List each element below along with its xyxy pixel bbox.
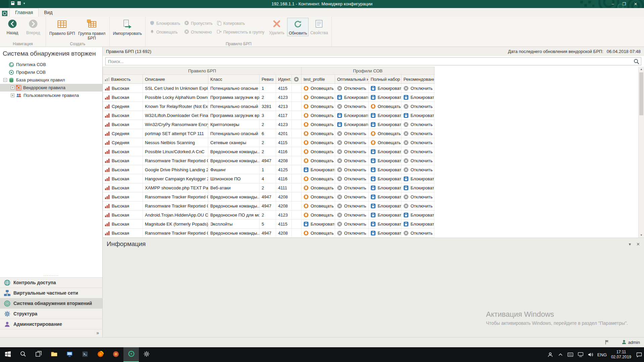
profile-action-cell[interactable]: Блокировать: [369, 93, 401, 102]
app-blue-button[interactable]: [62, 347, 77, 362]
table-row[interactable]: ВысокаяPossible Linux/Cdorked.A CnCВредо…: [103, 147, 435, 156]
scroll-up-icon[interactable]: ▲: [640, 67, 643, 72]
profile-action-cell[interactable]: Отключить: [401, 84, 434, 93]
properties-button[interactable]: Свойства: [309, 18, 329, 36]
qat-dropdown-icon[interactable]: ▾: [23, 2, 25, 5]
delete-button[interactable]: Удалить: [266, 18, 287, 36]
maximize-button[interactable]: ❐: [619, 0, 630, 8]
profile-action-cell[interactable]: Отключить: [401, 165, 434, 174]
sidebar-nav-item[interactable]: Контроль доступа: [0, 277, 102, 288]
disable-rule-button[interactable]: Отключено: [184, 29, 212, 35]
table-row[interactable]: ВысокаяAndroid.Trojan.HiddenApp.OU Check…: [103, 210, 435, 220]
nav-options-chevron[interactable]: »: [0, 329, 102, 337]
people-icon[interactable]: [545, 347, 555, 362]
table-row[interactable]: ВысокаяHangover Campaign Keylogger 2 che…: [103, 174, 435, 183]
firefox-button[interactable]: [93, 347, 108, 362]
profile-action-cell[interactable]: Оповещать: [302, 210, 335, 219]
expand-icon[interactable]: +: [11, 86, 14, 89]
table-row[interactable]: ВысокаяPossible Locky AlphaNum Download.…: [103, 93, 435, 102]
profile-action-cell[interactable]: Блокировать: [369, 220, 401, 228]
column-header[interactable]: Важность: [103, 75, 143, 83]
profile-action-cell[interactable]: Отключить: [335, 156, 369, 165]
tree-item[interactable]: Профили СОВ: [0, 68, 102, 76]
profile-action-cell[interactable]: Оповещать: [302, 120, 335, 129]
create-rule-button[interactable]: Правило БРП: [48, 18, 76, 36]
profile-action-cell[interactable]: Отключить: [401, 201, 434, 210]
speaker-icon[interactable]: [586, 347, 596, 362]
minimize-button[interactable]: –: [607, 0, 619, 8]
profile-action-cell[interactable]: Блокировать: [335, 120, 369, 129]
profile-action-cell[interactable]: Отключить: [335, 183, 369, 192]
taskbar-clock[interactable]: 17:11 02.07.2019: [608, 347, 634, 362]
profile-action-cell[interactable]: Блокировать: [401, 174, 434, 183]
settings-button[interactable]: [139, 347, 154, 362]
profile-action-cell[interactable]: Отключить: [335, 147, 369, 156]
profile-action-cell[interactable]: Отключить: [401, 192, 434, 201]
profile-action-cell[interactable]: Блокировать: [369, 165, 401, 174]
table-row[interactable]: ВысокаяW32/Liftoh.Downloader Get Final P…: [103, 111, 435, 120]
profile-action-cell[interactable]: Отключить: [401, 138, 434, 147]
table-row[interactable]: ВысокаяRansomware Tracker Reported CnC .…: [103, 156, 435, 165]
scroll-down-icon[interactable]: ▼: [640, 233, 643, 238]
info-close-icon[interactable]: ✕: [636, 242, 640, 247]
profile-action-cell[interactable]: Блокировать: [369, 192, 401, 201]
touch-keyboard-icon[interactable]: [566, 347, 576, 362]
column-header[interactable]: Идент...: [276, 75, 292, 83]
app-orange-button[interactable]: [108, 347, 123, 362]
table-row[interactable]: ВысокаяRansomware Tracker Reported CnC .…: [103, 192, 435, 201]
profile-action-cell[interactable]: Оповещать: [302, 174, 335, 183]
profile-action-cell[interactable]: Оповещать: [302, 111, 335, 120]
column-header[interactable]: Полный набор: [369, 75, 401, 83]
block-rule-button[interactable]: Блокировать: [150, 20, 180, 26]
skip-rule-button[interactable]: Пропустить: [184, 20, 212, 26]
star-column-header[interactable]: [292, 75, 302, 83]
profile-action-cell[interactable]: Отключить: [401, 102, 434, 111]
back-button[interactable]: Назад: [2, 18, 23, 36]
profile-action-cell[interactable]: Отключить: [401, 120, 434, 129]
tree-item[interactable]: Политика СОВ: [0, 61, 102, 68]
profile-action-cell[interactable]: Отключить: [335, 220, 369, 228]
table-row[interactable]: ВысокаяGoogle Drive Phishing Landing 201…: [103, 165, 435, 174]
profile-action-cell[interactable]: Оповещать: [302, 147, 335, 156]
table-row[interactable]: ВысокаяWin32/CryPy Ransomware Encryptin.…: [103, 120, 435, 129]
language-indicator[interactable]: ENG: [596, 347, 608, 362]
profile-action-cell[interactable]: Блокировать: [369, 147, 401, 156]
column-header[interactable]: Рекомендованн...: [401, 75, 434, 83]
profile-action-cell[interactable]: Оповещать: [302, 129, 335, 138]
profile-action-cell[interactable]: Блокировать: [369, 84, 401, 93]
table-row[interactable]: СредняяKnown Tor Relay/Router (Not Exit)…: [103, 102, 435, 111]
profile-action-cell[interactable]: Оповещать: [302, 192, 335, 201]
profile-action-cell[interactable]: Оповещать: [302, 183, 335, 192]
profile-action-cell[interactable]: Блокировать: [369, 156, 401, 165]
close-button[interactable]: ✕: [630, 0, 641, 8]
tree-item[interactable]: +Пользовательские правила: [0, 92, 102, 99]
column-header[interactable]: test_profile: [302, 75, 335, 83]
profile-action-cell[interactable]: Блокировать: [401, 93, 434, 102]
import-button[interactable]: Импортировать: [112, 18, 143, 36]
table-row[interactable]: Средняяportmap SET attempt TCP 111Потенц…: [103, 129, 435, 138]
profile-action-cell[interactable]: Отключить: [335, 129, 369, 138]
taskbar-search-button[interactable]: [15, 347, 31, 362]
table-row[interactable]: ВысокаяXAMPP showcode.php TEXT Param...В…: [103, 183, 435, 192]
profile-action-cell[interactable]: Отключить: [335, 102, 369, 111]
profile-action-cell[interactable]: Блокировать: [401, 111, 434, 120]
profile-action-cell[interactable]: Блокировать: [369, 201, 401, 210]
profile-action-cell[interactable]: Отключить: [335, 210, 369, 219]
continent-app-button[interactable]: [123, 347, 139, 362]
profile-action-cell[interactable]: Блокировать: [369, 183, 401, 192]
splitter-grip[interactable]: .........: [0, 273, 102, 277]
refresh-button[interactable]: Обновить: [287, 18, 309, 36]
scroll-thumb[interactable]: [639, 72, 643, 115]
table-row[interactable]: ВысокаяSSL Cert Used In Unknown Exploit …: [103, 84, 435, 93]
sidebar-nav-item[interactable]: Структура: [0, 308, 102, 319]
table-row[interactable]: ВысокаяRansomware Tracker Reported CnC .…: [103, 201, 435, 210]
tree-item[interactable]: −База решающих правил: [0, 76, 102, 84]
sidebar-nav-item[interactable]: Система обнаружения вторжений: [0, 298, 102, 308]
profile-action-cell[interactable]: Блокировать: [401, 210, 434, 219]
profile-action-cell[interactable]: Оповещать: [369, 129, 401, 138]
tree-item[interactable]: +Вендорские правила: [0, 84, 102, 92]
profile-action-cell[interactable]: Оповещать: [369, 102, 401, 111]
notify-rule-button[interactable]: Оповещать: [150, 29, 180, 35]
profile-action-cell[interactable]: Блокировать: [369, 111, 401, 120]
start-button[interactable]: [0, 347, 15, 362]
